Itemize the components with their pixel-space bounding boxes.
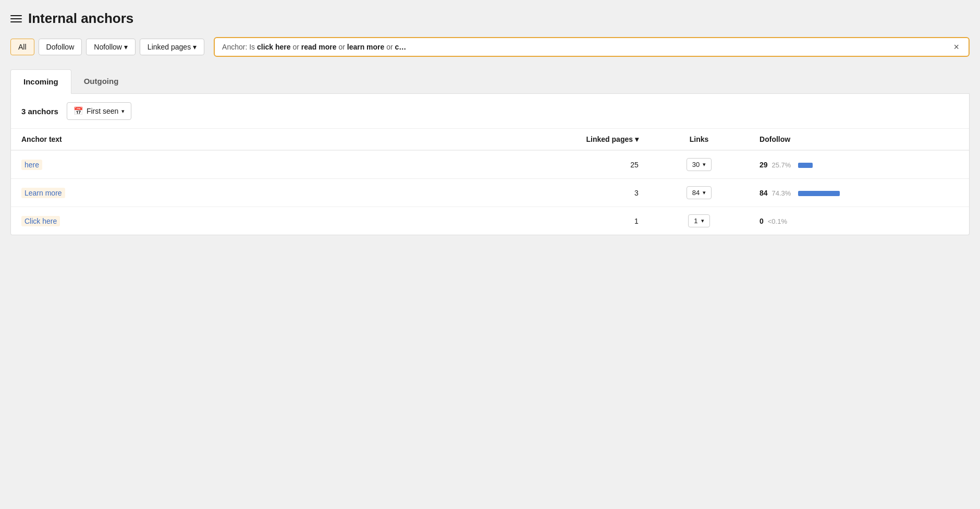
header: Internal anchors [10,10,970,27]
filter-dofollow-button[interactable]: Dofollow [39,39,82,55]
anchor-link[interactable]: Click here [21,216,60,226]
dofollow-count: 29 [760,161,768,169]
dofollow-count: 0 [760,217,764,225]
anchor-link[interactable]: here [21,160,42,170]
dofollow-cell: 29 25.7% [749,150,969,179]
dofollow-pct: <0.1% [768,217,787,225]
dofollow-pct: 25.7% [772,161,791,169]
table-header-row: Anchor text Linked pages ▾ Links Dofollo… [11,129,969,150]
col-links-header: Links [649,129,749,150]
anchors-toolbar: 3 anchors 📅 First seen ▾ [11,94,969,129]
anchor-link[interactable]: Learn more [21,188,65,198]
dofollow-pct: 74.3% [772,189,791,197]
dofollow-count: 84 [760,189,768,197]
links-value: 84 [692,189,700,197]
chevron-down-icon: ▾ [703,189,706,196]
table-row: Click here 1 1 ▾ 0 <0.1% [11,207,969,235]
tab-incoming[interactable]: Incoming [10,69,71,94]
table-row: Learn more 3 84 ▾ 84 74.3% [11,179,969,207]
filter-all-button[interactable]: All [10,39,34,55]
filter-nofollow-button[interactable]: Nofollow ▾ [86,39,136,55]
links-cell: 1 ▾ [649,207,749,235]
anchor-cell: Learn more [11,179,490,207]
links-value: 30 [692,161,700,168]
hamburger-icon[interactable] [10,15,22,22]
dofollow-bar [798,191,840,196]
calendar-icon: 📅 [74,106,83,116]
toolbar: All Dofollow Nofollow ▾ Linked pages ▾ A… [10,37,970,57]
main-content: 3 anchors 📅 First seen ▾ Anchor text Lin… [10,94,970,235]
date-filter-button[interactable]: 📅 First seen ▾ [67,102,131,120]
anchor-cell: here [11,150,490,179]
col-anchor-text-header: Anchor text [11,129,490,150]
filter-search-box: Anchor: Is click here or read more or le… [214,37,970,57]
anchor-cell: Click here [11,207,490,235]
table-row: here 25 30 ▾ 29 25.7% [11,150,969,179]
filter-clear-button[interactable]: × [951,42,961,52]
links-dropdown[interactable]: 84 ▾ [687,186,712,199]
anchors-table: Anchor text Linked pages ▾ Links Dofollo… [11,129,969,235]
filter-search-text: Anchor: Is click here or read more or le… [222,43,406,51]
tab-outgoing[interactable]: Outgoing [71,69,131,93]
dofollow-cell: 0 <0.1% [749,207,969,235]
links-cell: 84 ▾ [649,179,749,207]
col-dofollow-header: Dofollow [749,129,969,150]
date-filter-label: First seen [87,107,118,115]
page-wrapper: Internal anchors All Dofollow Nofollow ▾… [0,0,980,509]
dofollow-cell: 84 74.3% [749,179,969,207]
links-dropdown[interactable]: 1 ▾ [688,214,709,227]
dofollow-bar [798,163,813,168]
chevron-down-icon: ▾ [701,217,704,224]
anchors-count: 3 anchors [21,107,58,116]
page-title: Internal anchors [28,10,133,27]
col-linked-pages-header: Linked pages ▾ [490,129,649,150]
links-dropdown[interactable]: 30 ▾ [687,158,712,171]
linked-pages-cell: 1 [490,207,649,235]
links-value: 1 [694,217,697,225]
filter-linked-pages-button[interactable]: Linked pages ▾ [140,39,204,55]
tabs-container: Incoming Outgoing [10,69,970,94]
linked-pages-cell: 25 [490,150,649,179]
chevron-down-icon: ▾ [703,161,706,168]
chevron-down-icon: ▾ [121,108,125,115]
linked-pages-cell: 3 [490,179,649,207]
links-cell: 30 ▾ [649,150,749,179]
